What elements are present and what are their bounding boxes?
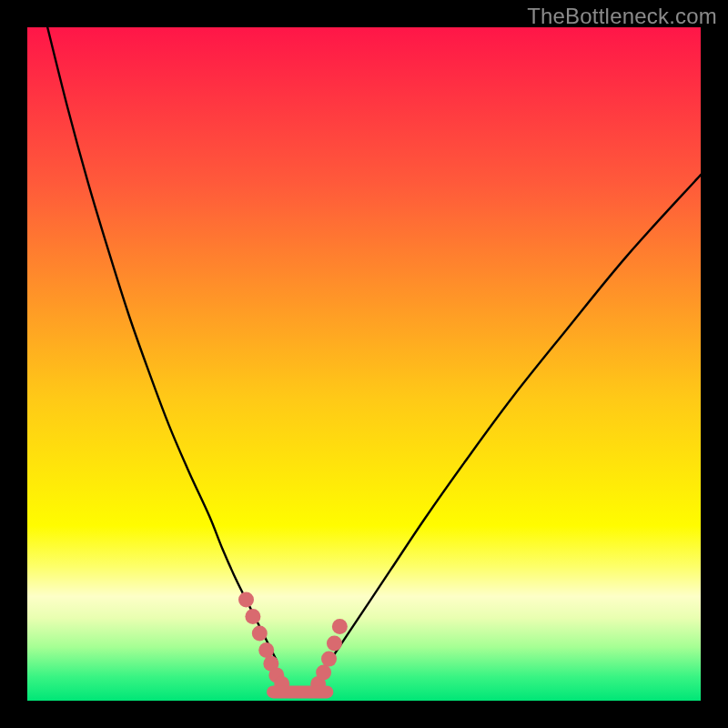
right-markers-point [321,652,337,667]
plot-area [27,27,701,701]
left-markers-point [245,609,260,624]
curves-layer [27,27,701,701]
left-markers-point [238,592,254,608]
left-curve [47,27,277,661]
left-markers-point [252,626,268,642]
right-markers-point [327,636,342,652]
left-markers-point [258,642,274,658]
right-markers-point [316,664,331,680]
chart-frame: TheBottleneck.com [0,0,728,728]
right-markers-point [332,619,348,634]
right-curve [330,174,701,661]
watermark-text: TheBottleneck.com [527,4,717,29]
